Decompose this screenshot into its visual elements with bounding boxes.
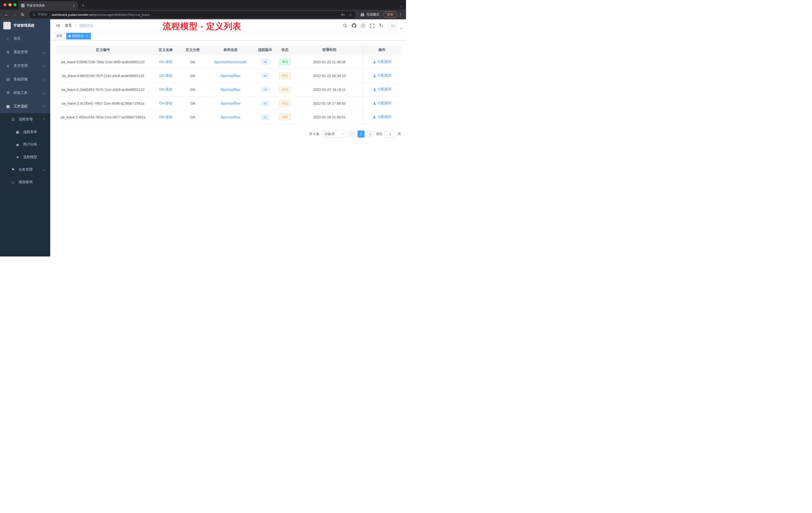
definition-name-link[interactable]: OA 请假 xyxy=(159,115,172,119)
sidebar-item-process-model[interactable]: ➤ 流程模型 xyxy=(0,151,50,163)
sidebar-item-infrastructure[interactable]: ▤ 基础设施 xyxy=(0,72,50,86)
search-icon xyxy=(343,24,347,28)
fullscreen-button[interactable] xyxy=(368,21,376,30)
sidebar-item-leave-query[interactable]: ☺ 请假查询 xyxy=(0,176,50,188)
sidebar: 芋道管理系统 ⌂ 首页 ⚙ 系统管理 ¥ 支付管理 ▤ 基础设施 ⚒ 研发工具 … xyxy=(0,19,50,256)
sidebar-item-system[interactable]: ⚙ 系统管理 xyxy=(0,46,50,59)
sidebar-item-devtools[interactable]: ⚒ 研发工具 xyxy=(0,86,50,100)
sidebar-item-task-management[interactable]: ⚑ 任务管理 xyxy=(0,163,50,176)
tab-title: 芋道管理系统 xyxy=(27,3,70,8)
sidebar-item-user-group[interactable]: ☻ 用户分组 xyxy=(0,138,50,151)
definition-name-link[interactable]: OA 请假 xyxy=(159,73,172,78)
tag-home[interactable]: 首页 xyxy=(54,33,65,39)
assign-rule-link[interactable]: 分配规则 xyxy=(373,87,392,92)
assign-rule-link[interactable]: 分配规则 xyxy=(373,73,392,78)
form-link[interactable]: /bpm/oa/flow xyxy=(221,115,240,119)
zoom-window-button[interactable] xyxy=(13,3,17,6)
address-bar[interactable]: ⚠ 不安全 dashboard.yudao.iocoder.cn/bpm/man… xyxy=(29,11,356,18)
sidebar-item-payment[interactable]: ¥ 支付管理 xyxy=(0,59,50,72)
bookmark-star-icon[interactable]: ☆ xyxy=(349,12,352,17)
table-row: oa_leave:5:004b710b-7b8a-11ec-8ef0-acde4… xyxy=(55,55,401,69)
gear-icon: ⚙ xyxy=(5,50,11,55)
tab-search-button[interactable] xyxy=(400,3,402,8)
new-tab-button[interactable]: + xyxy=(80,3,86,8)
search-button[interactable] xyxy=(341,21,349,30)
definition-name-link[interactable]: OA 请假 xyxy=(159,60,172,64)
form-link[interactable]: /bpm/oa/flow xyxy=(221,74,240,78)
list-icon: ☰ xyxy=(10,117,16,122)
col-definition-id: 定义编号 xyxy=(55,45,151,55)
page-1-button[interactable]: 1 xyxy=(357,130,365,138)
avatar[interactable] xyxy=(388,21,398,30)
minimize-window-button[interactable] xyxy=(8,3,11,6)
form-link[interactable]: /bpm/oa/flow xyxy=(221,88,240,92)
prev-page-button[interactable]: ‹ xyxy=(348,130,355,138)
person-icon: ☺ xyxy=(10,180,16,184)
page-jump-input[interactable] xyxy=(385,130,396,138)
chevron-down-icon xyxy=(400,5,403,7)
definition-name-link[interactable]: OA 请假 xyxy=(159,87,172,91)
breadcrumb-home[interactable]: 首页 xyxy=(65,23,72,27)
col-definition-name: 定义名称 xyxy=(151,45,181,55)
logo-avatar xyxy=(3,22,11,29)
font-size-button[interactable]: TT xyxy=(377,21,385,30)
monitor-icon: ▤ xyxy=(5,77,11,82)
incognito-icon xyxy=(360,12,365,17)
briefcase-icon: ▦ xyxy=(5,104,11,109)
forward-button[interactable]: → xyxy=(11,11,18,18)
page-size-select[interactable]: 10条/页 xyxy=(322,130,346,138)
table-row: oa_leave:1:482ec033-762a-11ec-8477-a2380… xyxy=(55,110,401,124)
tools-icon: ⚒ xyxy=(5,91,11,95)
chevron-down-icon xyxy=(43,51,46,54)
tab-favicon xyxy=(21,4,25,7)
form-link[interactable]: /bpm/oa/leave/create xyxy=(214,60,247,64)
assign-rule-link[interactable]: 分配规则 xyxy=(373,101,392,105)
chevron-up-icon xyxy=(43,105,46,108)
fullscreen-icon xyxy=(370,24,374,28)
help-button[interactable]: ? xyxy=(359,21,367,30)
chevron-down-icon xyxy=(43,92,46,94)
tab-close-icon[interactable]: × xyxy=(72,3,75,8)
sidebar-toggle-button[interactable] xyxy=(54,22,62,29)
sidebar-item-process-form[interactable]: ▣ 流程表单 xyxy=(0,126,50,138)
hamburger-icon xyxy=(56,23,60,28)
sidebar-item-home[interactable]: ⌂ 首页 xyxy=(0,32,50,46)
window-controls xyxy=(3,3,17,6)
question-icon: ? xyxy=(361,24,365,28)
broken-image-icon xyxy=(391,24,395,28)
tag-close-icon[interactable]: × xyxy=(85,34,89,38)
cell-definition-id: oa_leave:1:482ec033-762a-11ec-8477-a2380… xyxy=(55,110,151,124)
sidebar-item-workflow[interactable]: ▦ 工作流程 xyxy=(0,100,50,113)
app-logo[interactable]: 芋道管理系统 xyxy=(0,19,50,32)
browser-tab[interactable]: 芋道管理系统 × xyxy=(19,1,78,10)
github-button[interactable] xyxy=(350,21,358,30)
sidebar-item-process-management[interactable]: ☰ 流程管理 xyxy=(0,113,50,126)
assign-rule-link[interactable]: 分配规则 xyxy=(373,59,392,64)
back-button[interactable]: ← xyxy=(3,11,10,18)
update-button[interactable]: 更新 xyxy=(383,11,397,18)
jump-suffix: 页 xyxy=(398,132,401,136)
incognito-label: 无痕模式 xyxy=(366,12,379,17)
cell-category: OA xyxy=(181,96,205,110)
security-label[interactable]: 不安全 xyxy=(38,12,48,17)
browser-menu-icon[interactable]: ⋮ xyxy=(398,12,403,17)
cell-definition-id: oa_leave:5:004b710b-7b8a-11ec-8ef0-acde4… xyxy=(55,55,151,69)
key-icon[interactable] xyxy=(341,12,345,17)
reload-button[interactable]: ↻ xyxy=(19,11,26,18)
col-actions: 操作 xyxy=(363,45,401,55)
assign-rule-link[interactable]: 分配规则 xyxy=(373,115,392,119)
pagination-total: 共 5 条 xyxy=(309,132,319,136)
form-link[interactable]: /bpm/oa/flow xyxy=(221,101,240,105)
avatar-menu-button[interactable] xyxy=(401,25,402,30)
incognito-badge: 无痕模式 xyxy=(360,12,379,17)
warning-icon: ⚠ xyxy=(33,13,36,17)
definition-name-link[interactable]: OA 请假 xyxy=(159,101,172,105)
breadcrumb-separator: / xyxy=(75,23,76,27)
cell-deploy-time: 2022-01-16 01:40:51 xyxy=(296,110,363,124)
table-row: oa_leave:4:991f2193-7b7f-11ec-a3c8-acde4… xyxy=(55,69,401,83)
tag-process-definition[interactable]: 流程定义 × xyxy=(66,33,91,39)
browser-chrome: 芋道管理系统 × + ← → ↻ ⚠ 不安全 dashboard.yudao.i… xyxy=(0,0,406,19)
cell-category: OA xyxy=(181,83,205,96)
close-window-button[interactable] xyxy=(3,3,6,6)
next-page-button[interactable]: › xyxy=(367,130,374,138)
